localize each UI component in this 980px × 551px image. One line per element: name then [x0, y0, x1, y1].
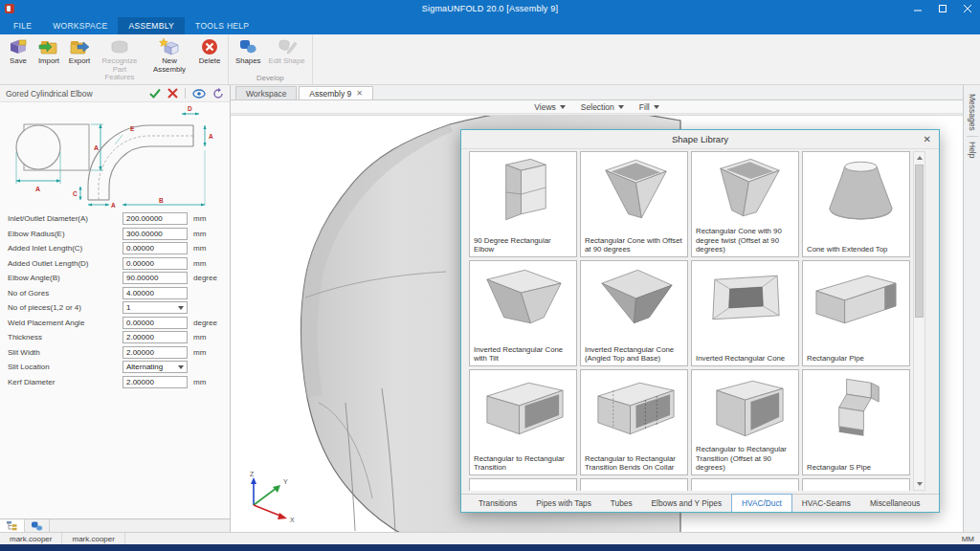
views-menu[interactable]: Views	[534, 102, 566, 112]
shape-thumbnail	[587, 373, 681, 442]
shape-tile-inverted-rect-cone-tilt[interactable]: Inverted Rectangular Cone with Tilt	[469, 260, 577, 366]
delete-icon	[198, 37, 221, 56]
shape-tile-partial[interactable]	[469, 478, 577, 491]
preview-eye-icon[interactable]	[192, 89, 206, 99]
shape-tile-rect-rect-transition-bends[interactable]: Rectangular to Rectangular Transition Be…	[580, 369, 688, 475]
category-tab-pipes-with-taps[interactable]: Pipes with Taps	[526, 495, 601, 512]
slit-width-input[interactable]	[122, 346, 188, 359]
chevron-down-icon	[178, 306, 184, 310]
shapes-panel-tab[interactable]	[25, 519, 50, 532]
status-user-2: mark.cooper	[62, 533, 124, 544]
fill-menu[interactable]: Fill	[639, 102, 659, 112]
kerf-diameter-input[interactable]	[122, 376, 188, 388]
save-button[interactable]: Save	[3, 36, 33, 66]
shape-tile-rect-rect-transition-offset[interactable]: Rectangular to Rectangular Transition (O…	[691, 369, 799, 475]
shapes-icon	[236, 37, 259, 56]
delete-button[interactable]: Delete	[194, 36, 225, 66]
cancel-x-icon[interactable]	[167, 88, 178, 99]
scroll-down-button[interactable]	[914, 478, 924, 490]
scroll-up-button[interactable]	[914, 152, 924, 164]
view-toolbar: Views Selection Fill	[231, 100, 963, 114]
chevron-down-icon	[560, 105, 566, 109]
added-outlet-length-input[interactable]	[122, 257, 188, 270]
dialog-title: Shape Library	[672, 134, 728, 144]
shape-thumbnail	[698, 155, 792, 224]
param-row: Inlet/Outlet Diameter(A)mm	[0, 211, 230, 227]
shape-tile-inverted-rect-cone[interactable]: Inverted Rectangular Cone	[691, 260, 799, 366]
svg-text:Z: Z	[250, 471, 255, 477]
svg-text:D: D	[188, 105, 192, 112]
tab-file[interactable]: FILE	[3, 17, 42, 34]
elbow-angle-input[interactable]	[122, 272, 188, 284]
param-row: No of Gores	[0, 286, 230, 301]
close-tab-icon[interactable]: ✕	[356, 90, 363, 98]
shape-tile-cone-extended-top[interactable]: Cone with Extended Top	[802, 151, 910, 257]
shape-tile-rect-cone-twist[interactable]: Rectangular Cone with 90 degree twist (O…	[691, 151, 799, 257]
new-assembly-button[interactable]: New Assembly	[145, 36, 194, 74]
reset-rotate-icon[interactable]	[212, 88, 224, 99]
shape-tile-rect-cone-offset-90[interactable]: Rectangular Cone with Offset at 90 degre…	[580, 151, 688, 257]
import-button[interactable]: Import	[33, 36, 64, 66]
tab-assembly9-doc[interactable]: Assembly 9✕	[299, 86, 373, 99]
param-row: Slit Widthmm	[0, 345, 230, 361]
apply-check-icon[interactable]	[149, 88, 161, 99]
tab-workspace[interactable]: WORKSPACE	[42, 17, 118, 34]
status-user-1: mark.cooper	[0, 533, 62, 544]
tab-workspace-doc[interactable]: Workspace	[235, 86, 297, 99]
shape-tile-rectangular-pipe[interactable]: Rectangular Pipe	[802, 260, 910, 366]
dialog-close-icon[interactable]: ✕	[924, 130, 931, 148]
export-button[interactable]: Export	[64, 36, 95, 66]
shape-tile-inverted-rect-cone-angled[interactable]: Inverted Rectangular Cone (Angled Top an…	[580, 260, 688, 366]
chevron-down-icon	[618, 105, 624, 109]
category-tab-hvac-duct[interactable]: HVAC/Duct	[731, 494, 792, 512]
no-of-gores-input[interactable]	[122, 287, 188, 299]
slit-location-select[interactable]: Alternating	[122, 361, 188, 373]
category-tab-miscellaneous[interactable]: Miscellaneous	[860, 495, 930, 512]
tab-tools-help[interactable]: TOOLS HELP	[185, 17, 259, 34]
category-tab-elbows-y-pipes[interactable]: Elbows and Y Pipes	[642, 495, 732, 512]
title-bar: SigmaUNFOLD 20.0 [Assembly 9]	[0, 0, 980, 17]
elbow-radius-input[interactable]	[122, 228, 188, 240]
ribbon-group-files: Save Import Export Recognize Part Featur…	[0, 34, 229, 84]
shape-tile-partial[interactable]	[580, 478, 688, 491]
category-tab-transitions[interactable]: Transitions	[469, 495, 526, 512]
thickness-input[interactable]	[122, 331, 188, 343]
ribbon: Save Import Export Recognize Part Featur…	[0, 34, 980, 85]
added-inlet-length-input[interactable]	[122, 242, 188, 254]
selection-menu[interactable]: Selection	[581, 102, 624, 112]
status-units: MM	[962, 535, 980, 543]
messages-tab[interactable]: Messages	[968, 89, 977, 136]
shape-thumbnail	[476, 373, 570, 442]
shapes-button[interactable]: Shapes	[232, 36, 264, 66]
category-tab-hvac-seams[interactable]: HVAC-Seams	[792, 495, 860, 512]
shape-title: Gored Cylindrical Elbow	[6, 89, 93, 99]
tree-view-tab[interactable]	[0, 519, 25, 532]
scrollbar-thumb[interactable]	[915, 165, 924, 318]
svg-text:C: C	[73, 190, 78, 197]
maximize-button[interactable]	[930, 0, 955, 17]
no-of-pieces-select[interactable]: 1	[122, 301, 188, 314]
category-tab-tubes[interactable]: Tubes	[601, 495, 642, 512]
inlet-outlet-diameter-input[interactable]	[122, 212, 188, 225]
shapes-icon	[31, 521, 43, 531]
svg-text:A: A	[35, 186, 40, 192]
dialog-scrollbar[interactable]	[913, 151, 925, 491]
weld-placement-angle-input[interactable]	[122, 317, 188, 329]
shape-thumbnail	[809, 155, 903, 224]
help-tab[interactable]: Help	[968, 137, 977, 163]
shape-thumbnail	[587, 155, 681, 224]
tab-assembly[interactable]: ASSEMBLY	[118, 17, 185, 34]
svg-text:A: A	[209, 133, 213, 140]
shape-tile-partial[interactable]	[802, 478, 910, 491]
close-button[interactable]	[955, 0, 980, 17]
param-row: Slit LocationAlternating	[0, 360, 230, 375]
arrow-up-icon	[917, 156, 923, 160]
shape-tile-partial[interactable]	[691, 478, 799, 491]
shape-tile-rectangular-s-pipe[interactable]: Rectangular S Pipe	[802, 369, 910, 475]
shape-tile-90-degree-rectangular-elbow[interactable]: 90 Degree Rectangular Elbow	[469, 151, 577, 257]
minimize-button[interactable]	[905, 0, 930, 17]
shape-tile-rect-rect-transition[interactable]: Rectangular to Rectangular Transition	[469, 369, 577, 475]
chevron-down-icon	[178, 365, 184, 369]
svg-text:X: X	[290, 517, 295, 523]
param-row: Thicknessmm	[0, 330, 230, 345]
